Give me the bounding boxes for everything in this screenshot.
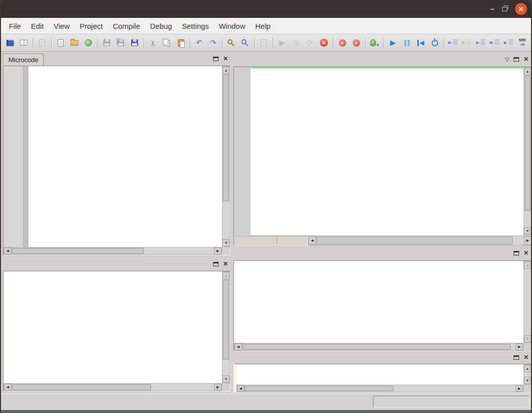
redo-icon[interactable]: ↷ [207,36,220,49]
microcode-body[interactable]: ▲ ▼ ◀ ▶ [3,66,230,255]
toolbar-separator [444,37,444,48]
vertical-scrollbar[interactable]: ▲ ▼ [222,66,230,247]
undo-icon[interactable]: ↶ [193,36,206,49]
reset-iss-icon[interactable]: e [336,36,349,49]
menu-project[interactable]: Project [75,19,108,33]
scroll-down-icon[interactable]: ▼ [223,375,229,383]
menu-file[interactable]: File [4,19,26,33]
scroll-left-icon[interactable]: ◀ [4,248,11,254]
scroll-left-icon[interactable]: ◀ [237,385,244,392]
horizontal-scrollbar[interactable]: ◀ ▶ [308,236,532,246]
horizontal-scrollbar[interactable]: ◀ ▶ [236,385,524,392]
scrollbar-thumb[interactable] [525,76,531,211]
restart-run-icon[interactable]: ◀ [414,36,427,49]
code-editor-area[interactable]: ▲ ▼ [233,67,532,236]
scroll-left-icon[interactable]: ◀ [308,236,316,245]
horizontal-scrollbar[interactable]: ◀ ▶ [3,247,222,255]
close-panel-icon[interactable]: ✕ [524,250,529,255]
close-panel-icon[interactable]: ✕ [524,355,529,360]
menu-debug[interactable]: Debug [145,19,177,33]
stop-icon[interactable]: ✕ [317,36,330,49]
maximize-panel-icon[interactable] [514,57,519,62]
power-icon[interactable] [428,36,441,49]
tab-microcode[interactable]: Microcode [3,54,44,66]
horizontal-scrollbar[interactable]: ◀ ▶ [234,343,524,351]
editor-panel: ▽ ✕ ▲ ▼ ◀ ▶ [233,53,532,246]
vertical-scrollbar[interactable]: ▲ ▼ [524,364,532,385]
close-panel-icon[interactable]: ✕ [223,56,228,61]
scrollbar-thumb[interactable] [223,75,229,201]
pause-icon[interactable] [400,36,413,49]
menu-settings[interactable]: Settings [177,19,214,33]
scrollbar-thumb[interactable] [242,344,511,350]
maximize-panel-icon[interactable] [514,251,519,255]
vertical-scrollbar[interactable]: ▲ ▼ [524,67,532,235]
scroll-left-icon[interactable]: ◀ [234,343,242,350]
scrollbar-thumb[interactable] [223,280,229,359]
scroll-up-icon[interactable]: ▲ [223,272,229,279]
maximize-panel-icon[interactable] [213,262,219,266]
close-panel-icon[interactable]: ✕ [223,261,228,266]
step-source-icon[interactable]: SRC⇒ [516,36,529,49]
open-book-icon[interactable] [17,36,30,49]
step-into-icon[interactable]: ▸ [447,36,459,49]
console-body[interactable]: ▲ ▼ ◀ ▶ [233,364,532,393]
tab-list-dropdown-icon[interactable]: ▽ [505,57,509,62]
scroll-up-icon[interactable]: ▲ [524,261,531,269]
scrollbar-thumb[interactable] [12,248,144,254]
scroll-up-icon[interactable]: ▲ [524,68,531,75]
project-book-icon[interactable] [3,36,16,49]
scroll-down-icon[interactable]: ▼ [223,239,229,247]
until-icon[interactable]: ▸ [502,36,515,49]
copy-icon[interactable] [160,36,173,49]
scrollbar-thumb[interactable] [12,384,151,390]
step-out-icon[interactable]: ▸ [474,36,487,49]
find-icon[interactable] [225,36,238,49]
debug-bug-icon[interactable]: ▾ [368,36,381,49]
vertical-scrollbar[interactable]: ▲ ▼ [524,261,532,343]
menu-help[interactable]: Help [250,19,276,33]
restart-iss-icon[interactable]: f [350,36,363,49]
new-file-icon[interactable] [54,36,67,49]
close-button[interactable]: ✕ [515,3,527,15]
paste-icon[interactable] [174,36,187,49]
scroll-right-icon[interactable]: ▶ [214,384,222,391]
scroll-left-icon[interactable]: ◀ [4,384,11,391]
vertical-scrollbar[interactable]: ▲ ▼ [222,271,230,383]
hosted-io-panel: ✕ ▲ ▼ ◀ ▶ [233,247,532,351]
menu-view[interactable]: View [49,19,75,33]
reload-sim-icon: ⟳ [304,36,316,49]
cut-icon[interactable]: ✂ [147,36,159,49]
restore-button[interactable] [502,7,507,11]
find-in-files-icon[interactable] [239,36,252,49]
sync-project-icon[interactable] [82,36,95,49]
statistics-body[interactable]: ▲ ▼ ◀ ▶ [3,271,230,392]
scroll-up-icon[interactable]: ▲ [223,67,229,74]
scroll-right-icon[interactable]: ▶ [516,385,523,392]
save-as-icon[interactable] [128,36,141,49]
scroll-up-icon[interactable]: ▲ [524,365,531,372]
open-file-icon[interactable] [68,36,81,49]
scrollbar-thumb[interactable] [244,386,393,391]
close-panel-icon[interactable]: ✕ [524,57,529,62]
maximize-panel-icon[interactable] [213,57,219,61]
next-statement-icon[interactable]: ▸ [488,36,501,49]
scroll-down-icon[interactable]: ▼ [524,377,531,384]
col-indicator [276,236,308,246]
scrollbar-thumb[interactable] [316,237,513,245]
scroll-right-icon[interactable]: ▶ [524,236,532,245]
hosted-io-body[interactable]: ▲ ▼ ◀ ▶ [233,260,532,351]
scroll-right-icon[interactable]: ▶ [214,248,222,254]
scroll-down-icon[interactable]: ▼ [524,335,531,342]
scroll-right-icon[interactable]: ▶ [516,343,523,350]
scroll-down-icon[interactable]: ▼ [524,227,531,235]
run-icon[interactable]: ▶ [386,36,399,49]
maximize-panel-icon[interactable] [514,355,519,360]
toolbar-separator [51,37,52,48]
toolbar-separator [222,37,223,48]
menu-compile[interactable]: Compile [108,19,145,33]
horizontal-scrollbar[interactable]: ◀ ▶ [3,383,222,391]
minimize-button[interactable]: – [490,6,494,11]
menu-edit[interactable]: Edit [26,19,49,33]
menu-window[interactable]: Window [214,19,250,33]
